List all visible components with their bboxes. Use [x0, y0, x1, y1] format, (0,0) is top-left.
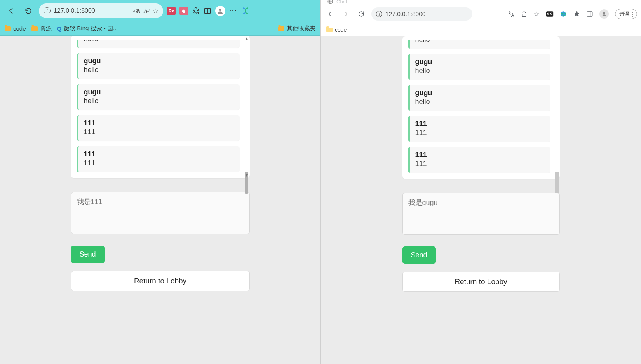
- left-page-viewport: ▲ hello gugu hello gugu hello 111: [0, 36, 320, 364]
- bookmark-other[interactable]: 其他收藏夹: [278, 25, 316, 32]
- send-button[interactable]: Send: [402, 246, 436, 264]
- url-text: 127.0.0.1:8000: [385, 10, 425, 17]
- chat-message: 111 111: [77, 146, 240, 172]
- message-sender: gugu: [84, 88, 234, 96]
- message-body: hello: [84, 40, 234, 43]
- tab-favicon-icon: [327, 0, 333, 5]
- message-sender: 111: [415, 151, 545, 159]
- svg-point-7: [548, 13, 549, 14]
- chat-message: 111 111: [77, 115, 240, 141]
- chat-message: gugu hello: [408, 54, 550, 80]
- bookmark-resources[interactable]: 资源: [31, 25, 52, 32]
- message-sender: 111: [84, 150, 234, 158]
- bookmark-bing[interactable]: Q微软 Bing 搜索 - 国...: [57, 25, 118, 32]
- message-sender: gugu: [415, 58, 545, 66]
- extension-icon-2[interactable]: ☻: [179, 7, 188, 15]
- chat-message: gugu hello: [408, 85, 550, 111]
- message-body: hello: [415, 67, 545, 75]
- chat-app-left: ▲ hello gugu hello gugu hello 111: [71, 36, 250, 352]
- right-page-viewport: hello gugu hello gugu hello 111 111: [321, 36, 641, 364]
- chrome-browser-window: Chat i 127.0.0.1:8000 ☆: [320, 0, 641, 364]
- site-info-icon[interactable]: i: [376, 11, 382, 17]
- edge-bookmarks-bar: code 资源 Q微软 Bing 搜索 - 国... 其他收藏夹: [0, 22, 320, 36]
- site-info-icon[interactable]: i: [44, 7, 51, 14]
- translate-icon[interactable]: [507, 10, 514, 17]
- forward-button[interactable]: [340, 9, 351, 19]
- compose-area: Send Return to Lobby: [71, 192, 250, 291]
- menu-dots-icon[interactable]: ···: [229, 7, 237, 15]
- svg-point-8: [551, 13, 552, 14]
- scroll-down-arrow-icon[interactable]: ▼: [245, 173, 248, 177]
- share-icon[interactable]: [521, 10, 528, 17]
- message-sender: gugu: [415, 89, 545, 97]
- message-body: hello: [415, 40, 545, 44]
- svg-point-9: [561, 11, 566, 17]
- extension-panda-icon[interactable]: [546, 11, 554, 17]
- send-button[interactable]: Send: [71, 246, 105, 263]
- chat-scroll-area[interactable]: hello gugu hello gugu hello 111 111: [408, 40, 550, 173]
- svg-rect-10: [587, 12, 592, 16]
- bookmark-code[interactable]: code: [5, 25, 26, 32]
- scrollbar-thumb[interactable]: [555, 172, 559, 193]
- menu-dots-icon: [632, 12, 633, 17]
- chat-message: gugu hello: [77, 53, 240, 79]
- chrome-toolbar-icons: ☆ 错误: [507, 9, 637, 19]
- svg-point-12: [603, 12, 605, 14]
- scroll-up-arrow-icon[interactable]: ▲: [245, 36, 248, 41]
- extensions-puzzle-icon[interactable]: [573, 10, 580, 17]
- address-bar[interactable]: i 127.0.0.1:8000: [371, 7, 472, 21]
- copilot-icon[interactable]: [241, 7, 250, 15]
- chat-app-right: hello gugu hello gugu hello 111 111: [402, 36, 560, 352]
- svg-point-2: [219, 9, 221, 11]
- search-icon: Q: [57, 25, 62, 32]
- chat-messages-panel: hello gugu hello gugu hello 111 111: [402, 36, 560, 179]
- error-pill[interactable]: 错误: [615, 9, 637, 19]
- address-bar[interactable]: i 127.0.0.1:8000 aあ A)) ☆: [39, 3, 163, 18]
- favorite-star-icon[interactable]: ☆: [153, 7, 159, 15]
- back-button[interactable]: [5, 4, 18, 17]
- message-sender: gugu: [84, 57, 234, 65]
- edge-browser-window: i 127.0.0.1:8000 aあ A)) ☆ Rx ☻ ··· code …: [0, 0, 320, 364]
- folder-icon: [31, 26, 38, 31]
- message-body: hello: [84, 97, 234, 105]
- extensions-icon[interactable]: [192, 7, 200, 15]
- chat-message: hello: [77, 40, 240, 48]
- chrome-tab-strip: Chat: [321, 0, 641, 5]
- divider: [275, 25, 275, 32]
- back-button[interactable]: [325, 9, 336, 19]
- extension-globe-icon[interactable]: [560, 10, 567, 17]
- sidepanel-icon[interactable]: [204, 7, 211, 15]
- edge-toolbar: i 127.0.0.1:8000 aあ A)) ☆ Rx ☻ ···: [0, 0, 320, 22]
- message-sender: 111: [415, 120, 545, 128]
- chrome-toolbar: i 127.0.0.1:8000 ☆: [321, 5, 641, 23]
- message-body: 111: [415, 129, 545, 137]
- translate-icon[interactable]: aあ: [132, 7, 140, 14]
- message-input[interactable]: [402, 193, 560, 235]
- message-body: 111: [84, 159, 234, 167]
- return-lobby-button[interactable]: Return to Lobby: [402, 272, 560, 292]
- bookmark-code[interactable]: code: [326, 27, 347, 33]
- message-body: 111: [415, 160, 545, 168]
- extension-icon-1[interactable]: Rx: [167, 7, 176, 15]
- message-body: 111: [84, 128, 234, 136]
- refresh-button[interactable]: [22, 4, 35, 17]
- error-label: 错误: [619, 10, 629, 17]
- tab-title[interactable]: Chat: [336, 0, 347, 5]
- compose-area: Send Return to Lobby: [402, 193, 560, 292]
- chat-scroll-area[interactable]: hello gugu hello gugu hello 111 111: [77, 40, 240, 172]
- message-input[interactable]: [71, 192, 250, 234]
- profile-avatar-icon[interactable]: [215, 6, 225, 16]
- return-lobby-button[interactable]: Return to Lobby: [71, 271, 250, 291]
- message-body: hello: [415, 98, 545, 106]
- folder-icon: [278, 26, 284, 31]
- sidepanel-icon[interactable]: [586, 10, 593, 17]
- refresh-button[interactable]: [356, 9, 367, 19]
- favorite-star-icon[interactable]: ☆: [534, 10, 540, 18]
- profile-avatar-icon[interactable]: [599, 9, 609, 19]
- chrome-bookmarks-bar: code: [321, 23, 641, 36]
- folder-icon: [326, 28, 333, 32]
- folder-icon: [5, 26, 11, 31]
- chat-message: hello: [408, 40, 550, 49]
- svg-rect-0: [205, 8, 211, 13]
- read-aloud-icon[interactable]: A)): [144, 8, 150, 14]
